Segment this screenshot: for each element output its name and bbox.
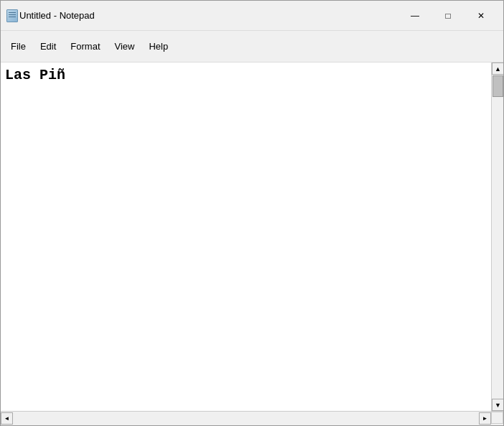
menu-bar: File Edit Format View Help: [1, 31, 503, 62]
text-editor[interactable]: Las Piñ: [1, 62, 491, 411]
h-scrollbar-track[interactable]: [13, 412, 479, 425]
bottom-bar: ◄ ►: [1, 411, 503, 425]
menu-view[interactable]: View: [108, 38, 142, 55]
horizontal-scrollbar[interactable]: ◄ ►: [1, 412, 491, 425]
scrollbar-track[interactable]: [492, 75, 503, 399]
scrollbar-corner: [491, 412, 503, 424]
scroll-left-button[interactable]: ◄: [1, 412, 13, 425]
scroll-down-button[interactable]: ▼: [492, 399, 503, 411]
window-icon: [6, 9, 19, 23]
menu-format[interactable]: Format: [63, 38, 107, 55]
close-button[interactable]: ✕: [465, 4, 498, 27]
scroll-up-button[interactable]: ▲: [492, 62, 503, 75]
menu-file[interactable]: File: [4, 38, 33, 55]
menu-edit[interactable]: Edit: [33, 38, 63, 55]
scroll-right-button[interactable]: ►: [479, 412, 491, 425]
menu-help[interactable]: Help: [141, 38, 175, 55]
window-controls: — □ ✕: [398, 4, 498, 27]
maximize-button[interactable]: □: [431, 4, 465, 27]
minimize-button[interactable]: —: [398, 4, 431, 27]
editor-area: Las Piñ ▲ ▼: [1, 62, 503, 411]
scrollbar-thumb[interactable]: [493, 75, 503, 97]
window-title: Untitled - Notepad: [19, 10, 398, 21]
notepad-window: Untitled - Notepad — □ ✕ File Edit Forma…: [0, 0, 504, 426]
title-bar: Untitled - Notepad — □ ✕: [1, 1, 503, 31]
vertical-scrollbar[interactable]: ▲ ▼: [491, 62, 503, 411]
